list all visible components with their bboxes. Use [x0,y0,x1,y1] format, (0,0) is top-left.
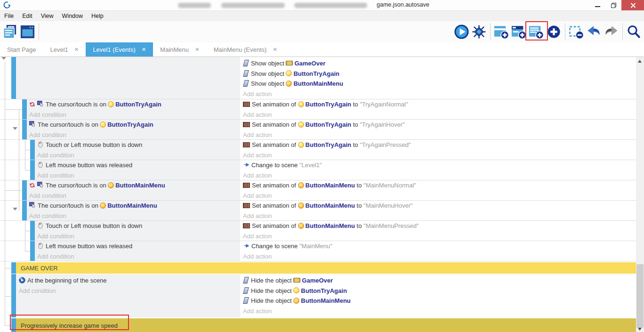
visibility-icon [243,60,249,66]
condition[interactable]: The cursor/touch is on ButtonTryAgain [29,120,240,130]
scene-editor-icon[interactable] [19,23,36,41]
action[interactable]: Show object ButtonMainMenu [243,79,636,89]
tab-mainmenu[interactable]: MainMenu✕ [153,42,206,57]
condition[interactable]: Left mouse button was released [37,241,240,251]
action[interactable]: Show object ButtonTryAgain [243,69,636,79]
event-row[interactable]: The cursor/touch is on ButtonTryAgain Ad… [0,120,636,140]
add-condition-button[interactable]: Add condition [29,211,240,221]
condition[interactable]: Touch or Left mouse button is down [37,140,240,150]
add-plus-icon[interactable] [545,23,563,40]
menu-window[interactable]: Window [58,13,87,19]
search-icon[interactable] [625,23,643,40]
vertical-scrollbar[interactable] [636,57,644,332]
add-action-button[interactable]: Add action [243,110,636,120]
action[interactable]: Hide the object GameOver [243,274,636,286]
remove-selection-icon[interactable] [568,23,585,40]
undo-icon[interactable] [585,23,603,40]
event-row[interactable]: Left mouse button was released Add condi… [0,241,636,261]
add-condition-button[interactable]: Add condition [29,191,240,201]
tab-level1-events[interactable]: Level1 (Events)✕ [86,42,153,57]
invert-condition-icon [29,101,35,107]
menu-view[interactable]: View [37,13,58,19]
add-condition-button[interactable]: Add condition [29,110,240,120]
action[interactable]: Hide the object ButtonMainMenu [243,296,636,306]
tab-start-page[interactable]: Start Page [0,42,43,57]
scrollbar-thumb[interactable] [636,264,644,328]
scroll-down-icon[interactable] [638,328,642,331]
tab-level1[interactable]: Level1✕ [43,42,86,57]
toolbar-separator [622,23,623,40]
action[interactable]: Set animation of ButtonMainMenu to "Main… [243,201,636,211]
add-action-button[interactable]: Add action [243,89,636,99]
change-scene-icon [243,162,250,168]
add-action-button[interactable]: Add action [243,130,636,140]
scroll-up-icon[interactable] [638,60,642,63]
play-icon[interactable] [453,23,470,40]
tab-bar: Start Page Level1✕ Level1 (Events)✕ Main… [0,42,644,57]
menu-file[interactable]: File [0,13,18,19]
action[interactable]: Set animation of ButtonTryAgain to "TryA… [243,99,636,110]
add-action-button[interactable]: Add action [243,251,636,262]
events-sheet-icon[interactable] [1,23,19,41]
add-action-button[interactable]: Add action [243,191,636,201]
add-comment-icon[interactable] [528,23,545,40]
tab-close-icon[interactable]: ✕ [273,46,277,53]
action[interactable]: Change to scene "MainMenu" [243,241,636,251]
close-button[interactable] [621,0,644,10]
condition[interactable]: Left mouse button was released [37,160,240,170]
add-condition-button[interactable]: Add condition [37,231,240,242]
event-row[interactable]: Show object GameOver Show object ButtonT… [0,57,636,99]
condition[interactable]: The cursor/touch is on ButtonMainMenu [29,180,240,191]
event-selection-bar[interactable] [11,262,16,274]
menu-edit[interactable]: Edit [18,13,37,19]
event-selection-bar[interactable] [11,318,16,332]
add-condition-button[interactable]: Add condition [37,150,240,161]
event-row[interactable]: The cursor/touch is on ButtonTryAgain Ad… [0,99,636,120]
event-row[interactable]: Touch or Left mouse button is down Add c… [0,140,636,160]
add-condition-button[interactable]: Add condition [29,130,240,140]
event-row[interactable]: At the beginning of the scene Add condit… [0,274,636,317]
condition[interactable]: The cursor/touch is on ButtonMainMenu [29,201,240,211]
menu-help[interactable]: Help [87,13,108,19]
comment-row-selected[interactable]: Progressively increase game speed [0,318,636,332]
minimize-button[interactable] [589,0,605,10]
tab-close-icon[interactable]: ✕ [195,46,200,53]
event-row[interactable]: Touch or Left mouse button is down Add c… [0,221,636,241]
toolbar-separator [39,24,39,40]
event-row[interactable]: The cursor/touch is on ButtonMainMenu Ad… [0,201,636,221]
mouse-icon [37,222,44,229]
add-condition-button[interactable]: Add condition [37,170,240,181]
action[interactable]: Show object GameOver [243,57,636,69]
add-event-icon[interactable] [493,23,510,40]
action[interactable]: Set animation of ButtonTryAgain to "TryA… [243,140,636,150]
add-action-button[interactable]: Add action [243,150,636,161]
action[interactable]: Set animation of ButtonMainMenu to "Main… [243,180,636,191]
condition[interactable]: The cursor/touch is on ButtonTryAgain [29,99,240,110]
event-selection-bar[interactable] [11,57,16,99]
add-action-button[interactable]: Add action [243,211,636,221]
animation-icon [243,203,250,208]
tab-close-icon[interactable]: ✕ [142,46,146,53]
action[interactable]: Set animation of ButtonTryAgain to "TryA… [243,120,636,130]
debug-icon[interactable] [470,23,488,40]
add-condition-button[interactable]: Add condition [19,286,240,296]
action[interactable]: Set animation of ButtonMainMenu to "Main… [243,221,636,231]
event-row[interactable]: Left mouse button was released Add condi… [0,160,636,180]
add-action-button[interactable]: Add action [243,170,636,181]
add-subevent-icon[interactable] [510,23,528,40]
tab-mainmenu-events[interactable]: MainMenu (Events)✕ [207,42,284,57]
comment-row[interactable]: GAME OVER [0,262,636,274]
redo-icon[interactable] [603,23,620,40]
restore-button[interactable] [605,0,621,10]
action[interactable]: Hide the object ButtonTryAgain [243,286,636,296]
condition[interactable]: Touch or Left mouse button is down [37,221,240,231]
tab-close-icon[interactable]: ✕ [74,46,79,53]
event-row[interactable]: The cursor/touch is on ButtonMainMenu Ad… [0,180,636,201]
toolbar-separator [565,23,565,40]
add-condition-button[interactable]: Add condition [37,251,240,262]
condition[interactable]: At the beginning of the scene [19,274,240,286]
cursor-on-icon [29,202,36,209]
add-action-button[interactable]: Add action [243,231,636,242]
add-action-button[interactable]: Add action [243,306,636,316]
action[interactable]: Change to scene "Level1" [243,160,636,170]
